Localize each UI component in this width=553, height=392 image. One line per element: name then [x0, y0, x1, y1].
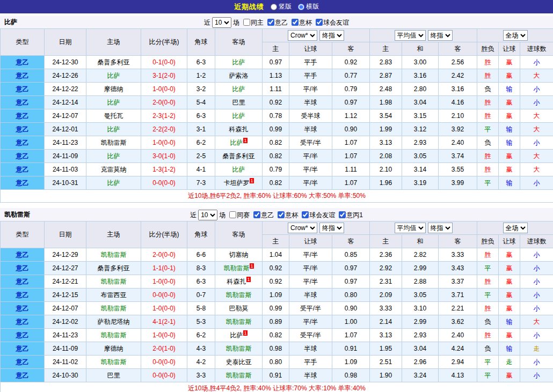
recent-count-select[interactable]: 10 — [198, 210, 217, 220]
subcolumn-header: 进球数 — [520, 42, 553, 56]
subcolumn-header: 让球 — [289, 235, 332, 248]
radio-vertical-input[interactable] — [271, 4, 277, 10]
handicap-cell: 平/半 — [289, 315, 332, 329]
closing-odds-select-2[interactable]: 终指 — [428, 30, 453, 41]
checkbox-input[interactable] — [243, 19, 250, 26]
handicap-result-cell: 赢 — [499, 289, 520, 302]
handicap-result-cell: 输 — [499, 315, 520, 329]
fulltime-select[interactable]: 全场 — [503, 30, 528, 41]
result-cell: 平 — [477, 289, 499, 302]
column-header: 角球 — [187, 29, 215, 56]
handicap-result-cell-text: 输 — [506, 345, 513, 352]
layout-radio-vertical[interactable]: 竖版 — [271, 2, 292, 11]
result-cell-text: 负 — [485, 318, 491, 326]
handicap-cell: 半球 — [289, 96, 332, 109]
goals-result-cell: 小 — [520, 83, 553, 96]
checkbox-label: 意丙1 — [346, 209, 363, 221]
corner-cell: 5-3 — [187, 315, 215, 329]
avg-home-cell: 2.14 — [370, 315, 402, 329]
subcolumn-header: 客 — [332, 42, 370, 56]
goals-result-cell-text: 小 — [534, 358, 540, 366]
checkbox-input[interactable] — [339, 211, 346, 218]
avg-home-cell: 1.96 — [370, 176, 402, 190]
closing-odds-select[interactable]: 终指 — [319, 223, 344, 233]
avg-draw-cell: 3.15 — [402, 109, 439, 123]
league-cell: 意乙 — [1, 163, 45, 176]
result-cell-text: 胜 — [485, 166, 491, 173]
home-team-cell: 凯勒雷斯 — [86, 329, 141, 342]
filter-checkbox[interactable]: 意杯 — [278, 209, 298, 221]
date-cell: 24-11-03 — [45, 163, 86, 176]
filter-bar: 凯勒雷斯近10场同赛意乙意杯球会友谊意丙1 — [0, 208, 553, 221]
result-cell-text: 负 — [485, 139, 491, 146]
handicap-result-cell: 赢 — [499, 248, 520, 262]
handicap-result-cell-text: 输 — [506, 125, 513, 133]
closing-odds-select[interactable]: 终指 — [319, 30, 344, 41]
fulltime-select[interactable]: 全场 — [503, 223, 528, 233]
closing-odds-select-2[interactable]: 终指 — [428, 223, 453, 233]
handicap-cell: 平手 — [289, 69, 332, 83]
away-odds-cell: 0.90 — [332, 302, 370, 315]
team-text: 克雷莫纳 — [101, 166, 127, 173]
match-row: 意乙24-12-02萨勒尼塔纳4-1(2-1)5-3凯勒雷斯0.89平/半1.0… — [1, 315, 553, 329]
corner-cell: 3-3 — [187, 369, 215, 382]
filter-checkbox[interactable]: 意乙 — [253, 209, 274, 221]
checkbox-input[interactable] — [278, 211, 285, 218]
filter-checkbox[interactable]: 球会友谊 — [302, 209, 335, 221]
away-odds-cell: 0.90 — [332, 123, 370, 136]
result-cell-text: 负 — [485, 345, 491, 352]
checkbox-input[interactable] — [292, 19, 299, 26]
average-select[interactable]: 平均值 — [395, 223, 426, 233]
radio-horizontal-input[interactable] — [298, 4, 304, 10]
avg-draw-cell: 3.14 — [402, 163, 439, 176]
handicap-result-cell: 输 — [499, 123, 520, 136]
league-cell: 意乙 — [1, 109, 45, 123]
checkbox-input[interactable] — [267, 19, 274, 26]
checkbox-input[interactable] — [253, 211, 260, 218]
result-cell: 平 — [477, 262, 499, 275]
corner-cell: 3-1 — [187, 123, 215, 136]
team-text: 布雷西亚 — [101, 291, 127, 299]
team-text: 卡坦萨罗 — [223, 179, 249, 187]
home-odds-cell: 1.11 — [263, 83, 289, 96]
filter-checkbox[interactable]: 球会友谊 — [316, 16, 349, 29]
date-cell: 24-12-07 — [45, 302, 86, 315]
result-cell: 胜 — [477, 150, 499, 163]
recent-count-select[interactable]: 10 — [212, 17, 231, 28]
handicap-cell: 平手 — [289, 56, 332, 69]
result-cell: 负 — [477, 136, 499, 150]
filter-checkbox[interactable]: 意丙1 — [339, 209, 363, 221]
league-cell: 意乙 — [1, 302, 45, 315]
handicap-result-cell: 赢 — [499, 275, 520, 289]
home-odds-cell: 0.99 — [263, 302, 289, 315]
goals-result-cell-text: 小 — [534, 278, 540, 285]
match-row: 意乙24-12-22摩德纳1-0(0-0)3-2比萨1.11平/半0.792.4… — [1, 83, 553, 96]
avg-home-cell: 3.13 — [370, 136, 402, 150]
checkbox-input[interactable] — [316, 19, 323, 26]
column-header: 类型 — [1, 29, 45, 56]
home-odds-cell: 1.13 — [263, 69, 289, 83]
goals-result-cell-text: 小 — [534, 58, 540, 66]
home-odds-cell: 0.78 — [263, 109, 289, 123]
avg-home-cell: 2.83 — [370, 56, 402, 69]
filter-checkbox[interactable]: 同赛 — [229, 209, 250, 221]
checkbox-input[interactable] — [302, 211, 309, 218]
avg-draw-cell: 3.24 — [402, 369, 439, 382]
checkbox-label: 同主 — [251, 16, 264, 29]
avg-away-cell: 2.21 — [439, 302, 477, 315]
filter-checkbox[interactable]: 意乙 — [267, 16, 288, 29]
checkbox-input[interactable] — [229, 211, 236, 218]
average-select[interactable]: 平均值 — [395, 30, 426, 41]
filter-checkbox[interactable]: 同主 — [243, 16, 264, 29]
bookmaker-select[interactable]: Crow* — [288, 223, 317, 233]
avg-home-cell: 2.87 — [370, 69, 402, 83]
away-odds-cell: 1.07 — [332, 176, 370, 190]
match-row: 意乙24-12-21凯勒雷斯1-0(0-0)6-3科森扎10.92平/半0.97… — [1, 275, 553, 289]
handicap-result-cell: 输 — [499, 83, 520, 96]
bookmaker-select[interactable]: Crow* — [288, 30, 317, 41]
league-cell: 意乙 — [1, 136, 45, 150]
result-cell: 胜 — [477, 56, 499, 69]
filter-checkbox[interactable]: 意杯 — [292, 16, 312, 29]
home-team-cell: 比萨 — [86, 69, 141, 83]
layout-radio-horizontal[interactable]: 横版 — [298, 2, 319, 11]
